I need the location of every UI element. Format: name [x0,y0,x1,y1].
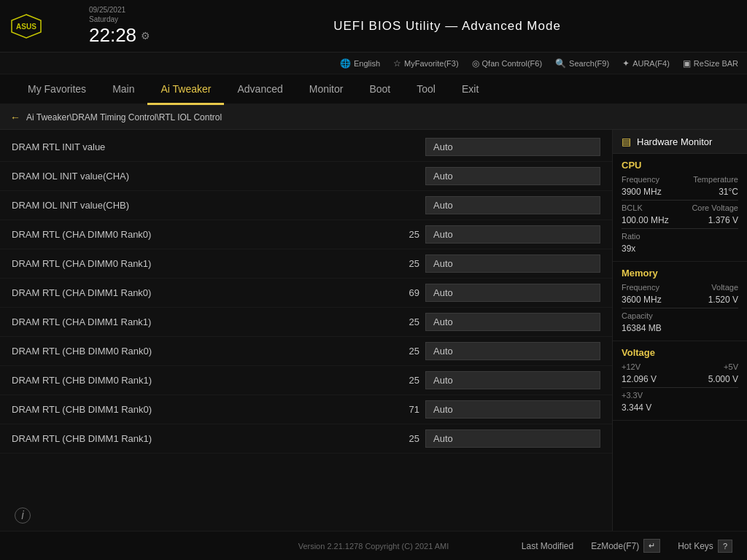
setting-value-box[interactable]: Auto [425,254,600,273]
nav-boot[interactable]: Boot [356,74,403,105]
setting-label: DRAM RTL (CHB DIMM0 Rank1) [12,375,393,386]
cpu-ratio-label: Ratio [622,232,640,241]
last-modified-btn[interactable]: Last Modified [522,541,573,551]
mem-voltage-label: Voltage [711,283,738,292]
memory-section: Memory Frequency Voltage 3600 MHz 1.520 … [613,262,747,341]
cpu-temp-label: Temperature [693,175,738,184]
breadcrumb: Ai Tweaker\DRAM Timing Control\RTL IOL C… [26,112,222,122]
ez-mode-label: EzMode(F7) [591,541,639,551]
setting-number: 25 [393,258,419,269]
table-row[interactable]: DRAM RTL (CHB DIMM0 Rank1)25Auto [0,366,612,395]
setting-value-box[interactable]: Auto [425,313,600,331]
setting-value-box[interactable]: Auto [425,429,600,448]
logo-area: ASUS [9,13,89,39]
v12-val: 12.096 V [622,374,657,384]
toolbar: 🌐 English ☆ MyFavorite(F3) ◎ Qfan Contro… [0,52,747,74]
fan-icon: ◎ [472,58,479,69]
cpu-ratio-val: 39x [622,244,635,254]
aura-btn[interactable]: ✦ AURA(F4) [622,58,670,69]
cpu-ratio-val-row: 39x [622,244,738,254]
table-row[interactable]: DRAM IOL INIT value(CHA)Auto [0,162,612,191]
mem-freq-row: Frequency Voltage [622,283,738,292]
table-row[interactable]: DRAM RTL (CHA DIMM1 Rank1)25Auto [0,308,612,337]
monitor-icon: ▤ [622,136,631,147]
setting-value-box[interactable]: Auto [425,342,600,360]
v5-val: 5.000 V [708,374,738,384]
cpu-cv-val: 1.376 V [708,215,738,225]
setting-value-box[interactable]: Auto [425,167,600,185]
table-row[interactable]: DRAM RTL (CHB DIMM1 Rank0)71Auto [0,395,612,424]
setting-value-box[interactable]: Auto [425,284,600,302]
setting-value-box[interactable]: Auto [425,400,600,419]
hot-keys-btn[interactable]: Hot Keys ? [678,540,732,553]
v33-row: +3.3V [622,391,738,400]
cpu-section-title: CPU [622,160,738,171]
table-row[interactable]: DRAM RTL (CHB DIMM0 Rank0)25Auto [0,337,612,366]
mem-voltage-val: 1.520 V [708,295,738,305]
resize-bar-btn[interactable]: ▣ ReSize BAR [683,58,738,69]
setting-number: 71 [393,404,419,415]
my-favorite-btn[interactable]: ☆ MyFavorite(F3) [393,58,459,69]
mem-cap-val-row: 16384 MB [622,323,738,333]
table-row[interactable]: DRAM IOL INIT value(CHB)Auto [0,191,612,220]
nav-tool[interactable]: Tool [403,74,449,105]
cpu-bclk-label: BCLK [622,203,643,212]
table-row[interactable]: DRAM RTL (CHB DIMM1 Rank1)25Auto [0,424,612,454]
info-icon[interactable]: i [15,508,31,524]
mem-cap-row: Capacity [622,311,738,320]
nav-ai-tweaker[interactable]: Ai Tweaker [147,74,224,105]
setting-label: DRAM RTL (CHB DIMM1 Rank0) [12,404,393,415]
table-row[interactable]: DRAM RTL (CHA DIMM1 Rank0)69Auto [0,279,612,308]
svg-text:ASUS: ASUS [16,23,36,31]
cpu-freq-val: 3900 MHz [622,187,662,197]
nav-my-favorites[interactable]: My Favorites [15,74,99,105]
hw-monitor-title: Hardware Monitor [637,136,712,147]
setting-value-box[interactable]: Auto [425,371,600,389]
back-button[interactable]: ← [10,112,20,123]
nav-monitor[interactable]: Monitor [296,74,357,105]
last-modified-label: Last Modified [522,541,573,551]
table-row[interactable]: DRAM RTL INIT valueAuto [0,133,612,162]
resize-icon: ▣ [683,58,691,69]
cpu-section: CPU Frequency Temperature 3900 MHz 31°C … [613,154,747,262]
mem-freq-label: Frequency [622,283,659,292]
ez-mode-btn[interactable]: EzMode(F7) ↵ [591,539,660,553]
qfan-btn[interactable]: ◎ Qfan Control(F6) [472,58,543,69]
hot-keys-label: Hot Keys [678,541,713,551]
setting-number: 69 [393,287,419,298]
time-display: 22:28 [89,24,136,47]
globe-icon: 🌐 [340,58,351,69]
setting-value-box[interactable]: Auto [425,225,600,244]
nav-main[interactable]: Main [99,74,147,105]
cpu-ratio-row: Ratio [622,232,738,241]
setting-value-box[interactable]: Auto [425,138,600,156]
language-selector[interactable]: 🌐 English [340,58,380,69]
cpu-temp-val: 31°C [719,187,738,197]
cpu-bclk-val: 100.00 MHz [622,215,669,225]
datetime-area: 09/25/2021 Saturday 22:28 ⚙ [89,5,150,47]
table-row[interactable]: DRAM RTL (CHA DIMM0 Rank0)25Auto [0,220,612,249]
voltage-section: Voltage +12V +5V 12.096 V 5.000 V +3.3V … [613,341,747,421]
version-text: Version 2.21.1278 Copyright (C) 2021 AMI [298,542,449,551]
nav-bar: My Favorites Main Ai Tweaker Advanced Mo… [0,74,747,105]
setting-value-box[interactable]: Auto [425,196,600,214]
nav-advanced[interactable]: Advanced [224,74,295,105]
table-row[interactable]: DRAM RTL (CHA DIMM0 Rank1)25Auto [0,249,612,279]
setting-number: 25 [393,229,419,240]
voltage-section-title: Voltage [622,347,738,358]
v33-label: +3.3V [622,391,643,400]
settings-icon[interactable]: ⚙ [141,30,150,42]
cpu-freq-label: Frequency [622,175,659,184]
search-btn[interactable]: 🔍 Search(F9) [555,58,609,69]
aura-icon: ✦ [622,58,630,69]
mem-freq-val: 3600 MHz [622,295,662,305]
nav-exit[interactable]: Exit [449,74,492,105]
v33-val: 3.344 V [622,402,651,413]
bios-title: UEFI BIOS Utility — Advanced Mode [333,19,561,33]
memory-section-title: Memory [622,268,738,279]
cpu-cv-label: Core Voltage [692,203,738,212]
setting-label: DRAM RTL (CHA DIMM1 Rank1) [12,316,393,327]
hardware-monitor-panel: ▤ Hardware Monitor CPU Frequency Tempera… [612,130,747,531]
cpu-freq-row: Frequency Temperature [622,175,738,184]
setting-label: DRAM RTL (CHA DIMM1 Rank0) [12,287,393,298]
